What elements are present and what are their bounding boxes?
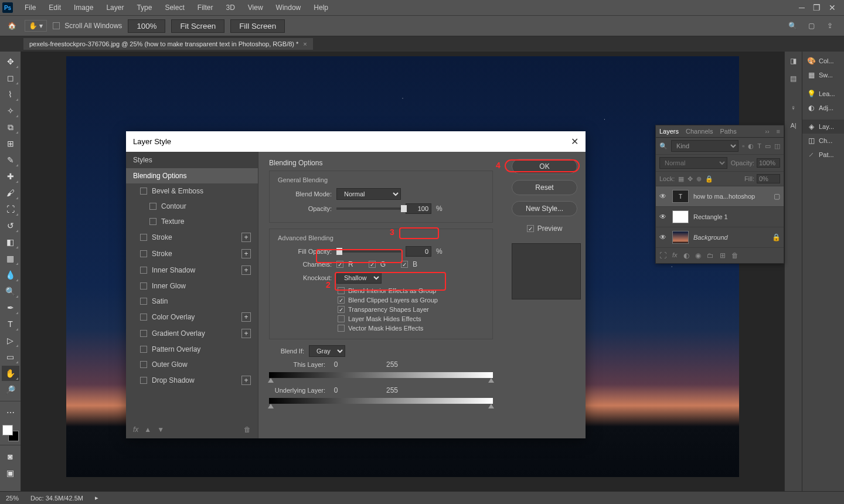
- menu-filter[interactable]: Filter: [192, 1, 219, 14]
- zoom-tool[interactable]: 🔎: [2, 382, 19, 397]
- add-icon[interactable]: +: [241, 376, 251, 385]
- add-icon[interactable]: +: [241, 312, 251, 322]
- adjustments-tab[interactable]: ◐Adj...: [802, 101, 844, 115]
- shape-tool[interactable]: ▭: [2, 349, 19, 365]
- panel-expand-icon[interactable]: ››: [765, 128, 769, 135]
- edit-toolbar-icon[interactable]: ⋯: [2, 405, 19, 420]
- menu-file[interactable]: File: [19, 1, 42, 14]
- add-icon[interactable]: +: [241, 265, 251, 275]
- type-tool[interactable]: T: [2, 316, 19, 332]
- properties-panel-icon[interactable]: ▤: [788, 73, 799, 84]
- transparency-shapes-checkbox[interactable]: [338, 306, 345, 313]
- color-tab[interactable]: 🎨Col...: [802, 54, 844, 68]
- swatches-tab[interactable]: ▦Sw...: [802, 68, 844, 82]
- channels-tab[interactable]: ◫Ch...: [802, 134, 844, 148]
- adjustment-icon[interactable]: ◉: [695, 251, 701, 260]
- sidebar-head-styles[interactable]: Styles: [126, 152, 258, 168]
- history-brush-tool[interactable]: ↺: [2, 218, 19, 233]
- history-panel-icon[interactable]: ◨: [788, 55, 799, 67]
- filter-smart-icon[interactable]: ◫: [774, 142, 780, 150]
- sidebar-outer-glow[interactable]: Outer Glow: [126, 357, 258, 372]
- stamp-tool[interactable]: ⛶: [2, 202, 19, 217]
- paths-tab[interactable]: ⟋Pat...: [802, 148, 844, 162]
- share-icon[interactable]: ⇪: [824, 20, 836, 32]
- eraser-tool[interactable]: ◧: [2, 234, 19, 250]
- crop-tool[interactable]: ⧉: [2, 120, 19, 135]
- sidebar-stroke-2[interactable]: Stroke+: [126, 246, 258, 262]
- menu-edit[interactable]: Edit: [43, 1, 67, 14]
- blend-interior-checkbox[interactable]: [338, 287, 345, 294]
- lock-artboard-icon[interactable]: ⊕: [696, 175, 702, 183]
- sidebar-contour[interactable]: Contour: [126, 199, 258, 214]
- fit-screen-button[interactable]: Fit Screen: [171, 19, 224, 33]
- sidebar-inner-shadow[interactable]: Inner Shadow+: [126, 262, 258, 278]
- sidebar-pattern-overlay[interactable]: Pattern Overlay: [126, 342, 258, 357]
- close-dialog-icon[interactable]: ✕: [571, 136, 578, 147]
- fill-opacity-input[interactable]: [406, 246, 431, 257]
- knockout-select[interactable]: Shallow: [336, 272, 382, 284]
- layers-panel-tab-channels[interactable]: Channels: [686, 128, 713, 135]
- home-icon[interactable]: 🏠: [5, 19, 19, 33]
- character-panel-icon[interactable]: A|: [788, 120, 799, 131]
- layer-mask-hides-checkbox[interactable]: [338, 315, 345, 322]
- filter-pixel-icon[interactable]: ▫: [742, 142, 744, 150]
- preview-checkbox[interactable]: [527, 225, 534, 232]
- sidebar-color-overlay[interactable]: Color Overlay+: [126, 309, 258, 325]
- pen-tool[interactable]: ✒: [2, 300, 19, 315]
- add-icon[interactable]: +: [241, 329, 251, 338]
- libraries-panel-icon[interactable]: ♀: [788, 102, 799, 114]
- status-chevron-icon[interactable]: ▸: [95, 494, 98, 502]
- add-icon[interactable]: +: [241, 233, 251, 242]
- path-select-tool[interactable]: ▷: [2, 333, 19, 348]
- move-up-icon[interactable]: ▲: [144, 425, 151, 434]
- layers-panel-tab-layers[interactable]: Layers: [659, 128, 679, 135]
- menu-window[interactable]: Window: [270, 1, 307, 14]
- visibility-icon[interactable]: 👁: [659, 233, 668, 241]
- fill-screen-button[interactable]: Fill Screen: [230, 19, 285, 33]
- menu-image[interactable]: Image: [68, 1, 99, 14]
- quick-mask-icon[interactable]: ◙: [2, 449, 19, 464]
- blend-mode-select[interactable]: Normal: [659, 157, 727, 169]
- layers-panel-tab-paths[interactable]: Paths: [720, 128, 737, 135]
- underlying-layer-gradient[interactable]: [269, 398, 493, 404]
- link-layers-icon[interactable]: ⛶: [659, 251, 666, 260]
- visibility-icon[interactable]: 👁: [659, 192, 668, 200]
- channel-b-checkbox[interactable]: [401, 261, 408, 268]
- close-tab-icon[interactable]: ×: [303, 40, 307, 47]
- mask-icon[interactable]: ◐: [683, 251, 689, 260]
- layer-fill-input[interactable]: [757, 174, 780, 183]
- sidebar-blending-options[interactable]: Blending Options: [126, 168, 258, 183]
- quick-select-tool[interactable]: ✧: [2, 103, 19, 118]
- zoom-level-button[interactable]: 100%: [128, 19, 165, 33]
- sidebar-gradient-overlay[interactable]: Gradient Overlay+: [126, 325, 258, 342]
- opacity-slider[interactable]: [336, 207, 401, 210]
- lock-pixels-icon[interactable]: ▦: [678, 175, 684, 183]
- sidebar-bevel-emboss[interactable]: Bevel & Emboss: [126, 183, 258, 199]
- eyedropper-tool[interactable]: ✎: [2, 152, 19, 168]
- lock-all-icon[interactable]: 🔒: [705, 175, 713, 183]
- learn-tab[interactable]: 💡Lea...: [802, 87, 844, 101]
- sidebar-drop-shadow[interactable]: Drop Shadow+: [126, 372, 258, 389]
- ok-button[interactable]: OK: [512, 159, 577, 174]
- window-restore-icon[interactable]: ❐: [813, 3, 821, 12]
- blur-tool[interactable]: 💧: [2, 267, 19, 282]
- marquee-tool[interactable]: ◻: [2, 70, 19, 86]
- frame-tool[interactable]: ⊞: [2, 136, 19, 151]
- menu-view[interactable]: View: [242, 1, 269, 14]
- menu-help[interactable]: Help: [308, 1, 334, 14]
- lasso-tool[interactable]: ⌇: [2, 87, 19, 102]
- menu-3d[interactable]: 3D: [220, 1, 240, 14]
- status-doc-size[interactable]: Doc: 34.5M/42.5M: [30, 495, 83, 502]
- group-icon[interactable]: 🗀: [707, 251, 714, 260]
- delete-icon[interactable]: 🗑: [731, 251, 738, 260]
- filter-adjust-icon[interactable]: ◐: [748, 142, 754, 150]
- sidebar-inner-glow[interactable]: Inner Glow: [126, 278, 258, 294]
- document-tab[interactable]: pexels-freestockpro-376706.jpg @ 25% (ho…: [23, 38, 313, 50]
- layers-tab[interactable]: ◈Lay...: [802, 120, 844, 134]
- filter-type-icon[interactable]: T: [757, 142, 761, 150]
- dialog-titlebar[interactable]: Layer Style ✕: [126, 131, 586, 152]
- new-style-button[interactable]: New Style...: [512, 201, 577, 216]
- screen-mode-icon[interactable]: ▣: [2, 465, 19, 481]
- move-tool[interactable]: ✥: [2, 54, 19, 69]
- window-minimize-icon[interactable]: ─: [799, 3, 805, 12]
